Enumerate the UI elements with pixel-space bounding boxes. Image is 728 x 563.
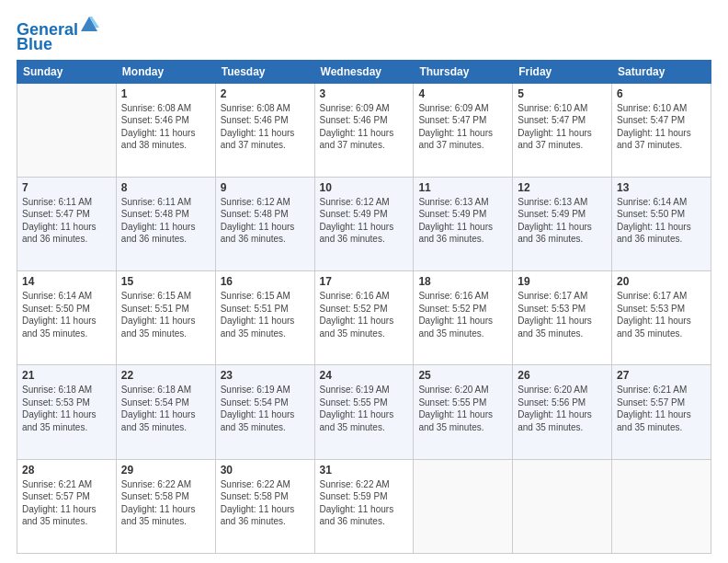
day-info: Sunrise: 6:13 AM Sunset: 5:49 PM Dayligh… [518, 196, 607, 246]
day-number: 29 [121, 464, 210, 477]
week-row-2: 7Sunrise: 6:11 AM Sunset: 5:47 PM Daylig… [17, 177, 711, 270]
day-number: 25 [418, 369, 507, 382]
day-cell-6: 6Sunrise: 6:10 AM Sunset: 5:47 PM Daylig… [612, 83, 711, 177]
day-number: 17 [320, 275, 409, 288]
day-cell-27: 27Sunrise: 6:21 AM Sunset: 5:57 PM Dayli… [612, 365, 711, 459]
day-info: Sunrise: 6:09 AM Sunset: 5:47 PM Dayligh… [418, 102, 507, 152]
day-info: Sunrise: 6:13 AM Sunset: 5:49 PM Dayligh… [418, 196, 507, 246]
day-number: 2 [221, 87, 310, 100]
day-info: Sunrise: 6:14 AM Sunset: 5:50 PM Dayligh… [22, 290, 111, 339]
day-info: Sunrise: 6:08 AM Sunset: 5:46 PM Dayligh… [221, 102, 310, 152]
day-cell-13: 13Sunrise: 6:14 AM Sunset: 5:50 PM Dayli… [612, 177, 711, 270]
day-info: Sunrise: 6:22 AM Sunset: 5:59 PM Dayligh… [320, 478, 409, 528]
day-cell-1: 1Sunrise: 6:08 AM Sunset: 5:46 PM Daylig… [116, 83, 215, 177]
day-number: 20 [617, 275, 706, 288]
day-cell-25: 25Sunrise: 6:20 AM Sunset: 5:55 PM Dayli… [414, 365, 513, 459]
day-number: 27 [617, 369, 706, 382]
day-cell-5: 5Sunrise: 6:10 AM Sunset: 5:47 PM Daylig… [513, 83, 612, 177]
day-number: 13 [617, 181, 706, 194]
day-number: 21 [22, 369, 111, 382]
col-header-thursday: Thursday [414, 60, 513, 83]
day-info: Sunrise: 6:16 AM Sunset: 5:52 PM Dayligh… [320, 290, 409, 339]
day-cell-19: 19Sunrise: 6:17 AM Sunset: 5:53 PM Dayli… [513, 271, 612, 365]
day-info: Sunrise: 6:16 AM Sunset: 5:52 PM Dayligh… [418, 290, 507, 339]
day-number: 9 [221, 181, 310, 194]
day-cell-21: 21Sunrise: 6:18 AM Sunset: 5:53 PM Dayli… [17, 365, 117, 459]
col-header-sunday: Sunday [17, 60, 117, 83]
day-cell-24: 24Sunrise: 6:19 AM Sunset: 5:55 PM Dayli… [314, 365, 414, 459]
empty-cell [513, 459, 612, 553]
day-cell-4: 4Sunrise: 6:09 AM Sunset: 5:47 PM Daylig… [414, 83, 513, 177]
col-header-wednesday: Wednesday [314, 60, 414, 83]
empty-cell [612, 459, 711, 553]
day-number: 31 [320, 464, 409, 477]
day-cell-9: 9Sunrise: 6:12 AM Sunset: 5:48 PM Daylig… [215, 177, 314, 270]
week-row-1: 1Sunrise: 6:08 AM Sunset: 5:46 PM Daylig… [17, 83, 711, 177]
day-info: Sunrise: 6:15 AM Sunset: 5:51 PM Dayligh… [221, 290, 310, 339]
day-number: 24 [320, 369, 409, 382]
day-cell-3: 3Sunrise: 6:09 AM Sunset: 5:46 PM Daylig… [314, 83, 414, 177]
day-number: 1 [121, 87, 210, 100]
week-row-3: 14Sunrise: 6:14 AM Sunset: 5:50 PM Dayli… [17, 271, 711, 365]
calendar-body: 1Sunrise: 6:08 AM Sunset: 5:46 PM Daylig… [17, 83, 711, 553]
day-info: Sunrise: 6:19 AM Sunset: 5:54 PM Dayligh… [221, 384, 310, 433]
day-number: 3 [320, 87, 409, 100]
day-number: 26 [518, 369, 607, 382]
day-number: 19 [518, 275, 607, 288]
day-info: Sunrise: 6:15 AM Sunset: 5:51 PM Dayligh… [121, 290, 210, 339]
day-number: 7 [22, 181, 111, 194]
week-row-4: 21Sunrise: 6:18 AM Sunset: 5:53 PM Dayli… [17, 365, 711, 459]
day-number: 8 [121, 181, 210, 194]
day-cell-30: 30Sunrise: 6:22 AM Sunset: 5:58 PM Dayli… [215, 459, 314, 553]
day-cell-11: 11Sunrise: 6:13 AM Sunset: 5:49 PM Dayli… [414, 177, 513, 270]
day-info: Sunrise: 6:17 AM Sunset: 5:53 PM Dayligh… [617, 290, 706, 339]
day-info: Sunrise: 6:22 AM Sunset: 5:58 PM Dayligh… [121, 478, 210, 528]
day-number: 23 [221, 369, 310, 382]
day-cell-29: 29Sunrise: 6:22 AM Sunset: 5:58 PM Dayli… [116, 459, 215, 553]
day-number: 22 [121, 369, 210, 382]
day-number: 16 [221, 275, 310, 288]
day-cell-31: 31Sunrise: 6:22 AM Sunset: 5:59 PM Dayli… [314, 459, 414, 553]
day-cell-10: 10Sunrise: 6:12 AM Sunset: 5:49 PM Dayli… [314, 177, 414, 270]
logo-icon [79, 15, 99, 35]
col-header-saturday: Saturday [612, 60, 711, 83]
day-info: Sunrise: 6:18 AM Sunset: 5:54 PM Dayligh… [121, 384, 210, 433]
day-info: Sunrise: 6:19 AM Sunset: 5:55 PM Dayligh… [320, 384, 409, 433]
day-info: Sunrise: 6:10 AM Sunset: 5:47 PM Dayligh… [617, 102, 706, 152]
day-info: Sunrise: 6:09 AM Sunset: 5:46 PM Dayligh… [320, 102, 409, 152]
day-info: Sunrise: 6:18 AM Sunset: 5:53 PM Dayligh… [22, 384, 111, 433]
day-info: Sunrise: 6:11 AM Sunset: 5:47 PM Dayligh… [22, 196, 111, 246]
header: General Blue [17, 17, 711, 54]
calendar-table: SundayMondayTuesdayWednesdayThursdayFrid… [17, 60, 711, 554]
logo: General Blue [17, 18, 99, 54]
day-number: 11 [418, 181, 507, 194]
day-info: Sunrise: 6:11 AM Sunset: 5:48 PM Dayligh… [121, 196, 210, 246]
empty-cell [414, 459, 513, 553]
day-cell-20: 20Sunrise: 6:17 AM Sunset: 5:53 PM Dayli… [612, 271, 711, 365]
day-info: Sunrise: 6:14 AM Sunset: 5:50 PM Dayligh… [617, 196, 706, 246]
day-cell-15: 15Sunrise: 6:15 AM Sunset: 5:51 PM Dayli… [116, 271, 215, 365]
day-number: 18 [418, 275, 507, 288]
day-cell-26: 26Sunrise: 6:20 AM Sunset: 5:56 PM Dayli… [513, 365, 612, 459]
day-cell-22: 22Sunrise: 6:18 AM Sunset: 5:54 PM Dayli… [116, 365, 215, 459]
day-cell-2: 2Sunrise: 6:08 AM Sunset: 5:46 PM Daylig… [215, 83, 314, 177]
day-number: 6 [617, 87, 706, 100]
empty-cell [17, 83, 117, 177]
day-number: 10 [320, 181, 409, 194]
day-info: Sunrise: 6:12 AM Sunset: 5:48 PM Dayligh… [221, 196, 310, 246]
day-number: 4 [418, 87, 507, 100]
page: General Blue SundayMondayTuesdayWednesda… [0, 0, 728, 563]
day-number: 12 [518, 181, 607, 194]
day-cell-16: 16Sunrise: 6:15 AM Sunset: 5:51 PM Dayli… [215, 271, 314, 365]
day-cell-23: 23Sunrise: 6:19 AM Sunset: 5:54 PM Dayli… [215, 365, 314, 459]
day-info: Sunrise: 6:20 AM Sunset: 5:55 PM Dayligh… [418, 384, 507, 433]
day-cell-14: 14Sunrise: 6:14 AM Sunset: 5:50 PM Dayli… [17, 271, 117, 365]
day-number: 5 [518, 87, 607, 100]
day-number: 14 [22, 275, 111, 288]
day-info: Sunrise: 6:22 AM Sunset: 5:58 PM Dayligh… [221, 478, 310, 528]
day-info: Sunrise: 6:08 AM Sunset: 5:46 PM Dayligh… [121, 102, 210, 152]
day-info: Sunrise: 6:10 AM Sunset: 5:47 PM Dayligh… [518, 102, 607, 152]
day-cell-17: 17Sunrise: 6:16 AM Sunset: 5:52 PM Dayli… [314, 271, 414, 365]
day-info: Sunrise: 6:17 AM Sunset: 5:53 PM Dayligh… [518, 290, 607, 339]
day-cell-7: 7Sunrise: 6:11 AM Sunset: 5:47 PM Daylig… [17, 177, 117, 270]
